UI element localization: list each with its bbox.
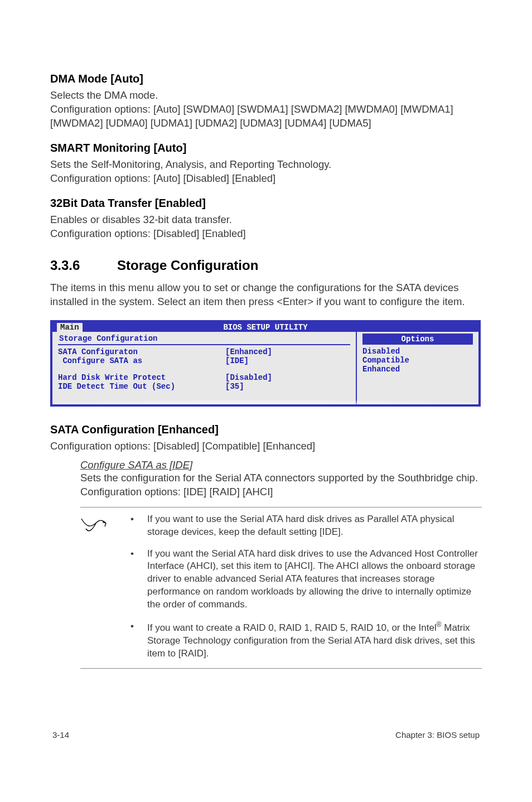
bios-setting-label: Hard Disk Write Protect <box>58 373 225 382</box>
bios-tab-main: Main <box>57 323 83 332</box>
bios-setting-label: SATA Configuraton <box>58 347 225 356</box>
note-list: If you want to use the Serial ATA hard d… <box>130 513 482 660</box>
bios-setting-value: [Enhanced] <box>225 347 272 356</box>
bios-setting-label: IDE Detect Time Out (Sec) <box>58 382 225 391</box>
text: Configuration options: [Auto] [Disabled]… <box>50 172 275 184</box>
bios-setting-value: [35] <box>225 382 244 391</box>
para-dma: Selects the DMA mode. Configuration opti… <box>50 89 482 131</box>
configure-sata-heading: Configure SATA as [IDE] <box>80 459 482 471</box>
bios-options-header: Options <box>362 334 473 345</box>
bios-setting-row: Hard Disk Write Protect[Disabled] <box>58 373 350 382</box>
bios-setting-label: Configure SATA as <box>58 356 225 365</box>
note-box: If you want to use the Serial ATA hard d… <box>80 507 482 669</box>
section-number: 3.3.6 <box>50 258 117 273</box>
text: Selects the DMA mode. <box>50 89 158 101</box>
bios-left-pane: Storage Configuration SATA Configuraton[… <box>52 332 357 404</box>
text: Sets the Self-Monitoring, Analysis, and … <box>50 158 331 170</box>
para-sata-opts: Configuration options: [Disabled] [Compa… <box>50 439 482 453</box>
heading-dma-mode: DMA Mode [Auto] <box>50 73 482 85</box>
bios-title: BIOS SETUP UTILITY <box>223 323 307 332</box>
section-title: Storage Configuration <box>117 258 258 273</box>
page-footer: 3-14 Chapter 3: BIOS setup <box>50 730 482 740</box>
heading-storage-config: 3.3.6Storage Configuration <box>50 258 482 273</box>
heading-smart: SMART Monitoring [Auto] <box>50 142 482 154</box>
bios-option-item: Compatible <box>362 356 473 365</box>
configure-sata-block: Configure SATA as [IDE] Sets the configu… <box>80 459 482 499</box>
bios-title-bar: BIOS SETUP UTILITY Main <box>50 320 481 332</box>
para-section-intro: The items in this menu allow you to set … <box>50 281 482 309</box>
bios-right-pane: Options DisabledCompatibleEnhanced <box>357 332 478 404</box>
footer-page-number: 3-14 <box>52 730 69 740</box>
para-32bit: Enables or disables 32-bit data transfer… <box>50 213 482 241</box>
bios-setting-row: SATA Configuraton[Enhanced] <box>58 347 350 356</box>
bios-screenshot: BIOS SETUP UTILITY Main Storage Configur… <box>50 320 481 407</box>
bios-setting-value: [IDE] <box>225 356 249 365</box>
bios-setting-value: [Disabled] <box>225 373 272 382</box>
bios-body: Storage Configuration SATA Configuraton[… <box>50 332 481 407</box>
text: Enables or disables 32-bit data transfer… <box>50 214 232 225</box>
bios-option-item: Enhanced <box>362 365 473 374</box>
configure-sata-body: Sets the configuration for the Serial AT… <box>80 471 482 499</box>
bios-left-heading: Storage Configuration <box>58 332 350 345</box>
note-item: If you want to use the Serial ATA hard d… <box>130 513 482 539</box>
bios-setting-row: Configure SATA as[IDE] <box>58 356 350 365</box>
heading-sata-config: SATA Configuration [Enhanced] <box>50 423 482 436</box>
text: Configuration options: [Auto] [SWDMA0] [… <box>50 103 453 129</box>
note-item: If you want the Serial ATA hard disk dri… <box>130 548 482 612</box>
bios-option-item: Disabled <box>362 347 473 356</box>
text: Configuration options: [Disabled] [Enabl… <box>50 228 246 239</box>
bios-setting-row: IDE Detect Time Out (Sec)[35] <box>58 382 350 391</box>
note-icon <box>80 516 108 539</box>
heading-32bit: 32Bit Data Transfer [Enabled] <box>50 197 482 210</box>
footer-chapter: Chapter 3: BIOS setup <box>395 730 480 740</box>
note-item: If you want to create a RAID 0, RAID 1, … <box>130 620 482 660</box>
para-smart: Sets the Self-Monitoring, Analysis, and … <box>50 158 482 186</box>
